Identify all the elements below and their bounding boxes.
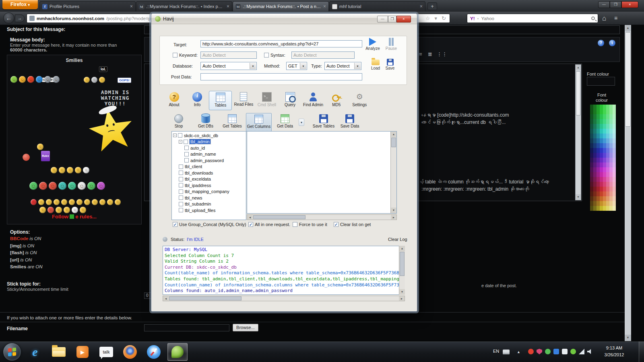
palette-color[interactable] — [609, 119, 613, 124]
palette-color[interactable] — [590, 114, 593, 119]
forward-button[interactable]: → — [15, 14, 25, 22]
palette-color[interactable] — [606, 182, 609, 187]
bookmarks-button[interactable]: ≡ — [614, 15, 617, 21]
palette-color[interactable] — [613, 124, 616, 129]
palette-color[interactable] — [590, 206, 593, 211]
info-icon[interactable]: i — [609, 40, 615, 46]
palette-color[interactable] — [603, 182, 606, 187]
tree-item-tbl-ipaddress[interactable]: tbl_ipaddress — [172, 182, 246, 189]
volume-icon[interactable] — [587, 349, 593, 354]
tree-checkbox[interactable] — [179, 189, 183, 194]
palette-color[interactable] — [600, 162, 603, 167]
palette-color[interactable] — [613, 148, 616, 153]
palette-color[interactable] — [609, 201, 613, 206]
palette-color[interactable] — [600, 109, 603, 114]
palette-color[interactable] — [603, 162, 606, 167]
palette-color[interactable] — [597, 129, 600, 134]
palette-color[interactable] — [613, 177, 616, 182]
palette-color[interactable] — [600, 167, 603, 172]
palette-color[interactable] — [597, 177, 600, 182]
window-close-button[interactable]: × — [621, 1, 638, 8]
smiley-icon[interactable]: ☺ — [87, 182, 95, 190]
palette-color[interactable] — [593, 162, 597, 167]
windows-explorer-taskbar-button[interactable] — [49, 343, 69, 361]
smiley-icon[interactable]: ☺ — [80, 207, 86, 213]
havij-stop-button[interactable]: Stop — [166, 113, 192, 132]
palette-color[interactable] — [593, 172, 597, 177]
rulez-book-icon[interactable]: Rulez — [41, 151, 50, 161]
smiley-icon[interactable]: ☺ — [36, 76, 43, 83]
log-output[interactable]: DB Server: MySQLSelected Column Count is… — [163, 246, 405, 295]
palette-color[interactable] — [606, 143, 609, 148]
smiley-icon[interactable]: ☺ — [19, 76, 26, 83]
window-restore-button[interactable]: ❒ — [610, 1, 621, 8]
get-data-dropdown-arrow[interactable]: ▼ — [299, 119, 304, 126]
palette-color[interactable] — [603, 167, 606, 172]
palette-color[interactable] — [593, 109, 597, 114]
havij-maximize-button[interactable]: ❒ — [388, 16, 396, 23]
tab-close-icon[interactable]: × — [130, 4, 133, 9]
palette-color[interactable] — [590, 182, 593, 187]
palette-color[interactable] — [590, 148, 593, 153]
havij-save-tables-button[interactable]: Save Tables — [311, 113, 336, 132]
havij-about-button[interactable]: About — [163, 91, 186, 110]
back-button[interactable]: ← — [3, 12, 14, 24]
smiley-icon[interactable]: ☺ — [39, 182, 47, 190]
palette-color[interactable] — [609, 129, 613, 134]
media-player-taskbar-button[interactable]: ▶ — [72, 343, 93, 361]
palette-color[interactable] — [590, 138, 593, 143]
search-icon[interactable] — [591, 16, 595, 20]
align-left-icon[interactable]: ≡ — [419, 51, 422, 57]
palette-color[interactable] — [590, 109, 593, 114]
smiley-icon[interactable]: ☺ — [75, 167, 81, 173]
palette-color[interactable] — [606, 153, 609, 158]
palette-color[interactable] — [606, 167, 609, 172]
palette-color[interactable] — [603, 138, 606, 143]
palette-color[interactable] — [590, 191, 593, 196]
green-square-smiley[interactable] — [70, 214, 74, 219]
palette-color[interactable] — [603, 114, 606, 119]
palette-color[interactable] — [606, 138, 609, 143]
pause-button[interactable]: Pause — [382, 38, 400, 51]
palette-color[interactable] — [603, 153, 606, 158]
palette-color[interactable] — [593, 105, 597, 109]
palette-color[interactable] — [590, 129, 593, 134]
tray-expand-icon[interactable]: ▲ — [517, 350, 520, 354]
palette-color[interactable] — [609, 109, 613, 114]
palette-color[interactable] — [597, 109, 600, 114]
palette-color[interactable] — [597, 162, 600, 167]
palette-color[interactable] — [597, 172, 600, 177]
list-icon[interactable]: ⋮⋮ — [437, 51, 447, 57]
palette-color[interactable] — [600, 119, 603, 124]
palette-color[interactable] — [593, 177, 597, 182]
palette-color[interactable] — [606, 134, 609, 138]
palette-color[interactable] — [597, 201, 600, 206]
internet-explorer-taskbar-button[interactable]: e — [25, 343, 45, 361]
palette-color[interactable] — [609, 143, 613, 148]
updater-icon[interactable] — [545, 349, 551, 354]
smiley-icon[interactable]: ☺ — [107, 199, 113, 205]
checkbox[interactable]: ✓ — [248, 222, 253, 227]
palette-color[interactable] — [603, 143, 606, 148]
tree-checkbox[interactable] — [184, 152, 189, 156]
palette-color[interactable] — [606, 206, 609, 211]
smiley-icon[interactable]: ☺ — [84, 77, 90, 83]
google-talk-taskbar-button[interactable]: talk — [96, 343, 116, 361]
palette-color[interactable] — [600, 105, 603, 109]
palette-color[interactable] — [593, 119, 597, 124]
palette-color[interactable] — [609, 206, 613, 211]
havij-query-button[interactable]: Query — [279, 91, 301, 110]
palette-color[interactable] — [600, 172, 603, 177]
havij-get-dbs-button[interactable]: Get DBs — [193, 113, 219, 132]
palette-color[interactable] — [603, 206, 606, 211]
smiley-icon[interactable]: ☺ — [46, 199, 52, 205]
results-panel[interactable]: ▲▼ — [247, 131, 397, 214]
clock[interactable]: 9:13 AM 3/26/2012 — [598, 345, 630, 358]
tree-item-admin-name[interactable]: admin_name — [172, 151, 246, 158]
havij-minimize-button[interactable]: — — [377, 16, 388, 23]
palette-color[interactable] — [600, 201, 603, 206]
smiley-icon[interactable]: ☺ — [39, 207, 46, 213]
tree-item-tbl-admin[interactable]: -tbl_admin — [172, 139, 246, 145]
palette-color[interactable] — [600, 114, 603, 119]
palette-color[interactable] — [603, 105, 606, 109]
